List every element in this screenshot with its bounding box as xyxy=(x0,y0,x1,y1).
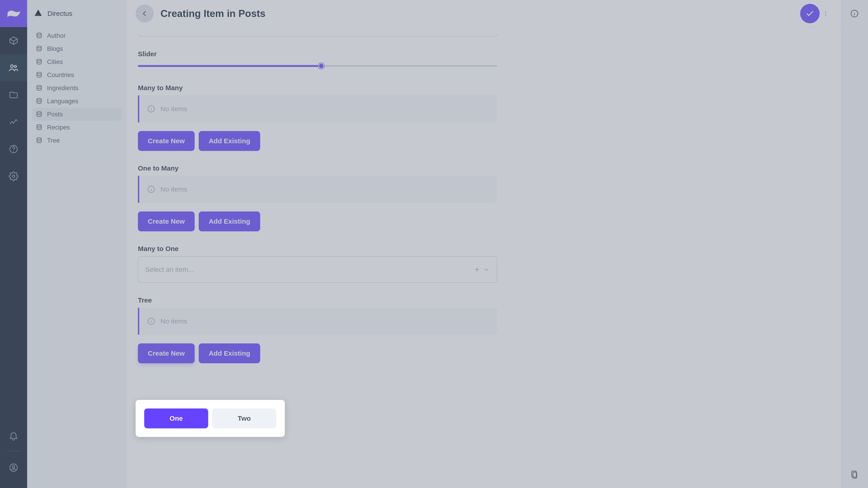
database-icon xyxy=(36,98,42,105)
field-label: Many to Many xyxy=(138,84,497,92)
collections-sidebar: Directus AuthorBlogsCitiesCountriesIngre… xyxy=(27,0,127,488)
field-slider: Slider xyxy=(138,50,497,70)
svg-point-9 xyxy=(37,59,41,61)
svg-point-15 xyxy=(37,138,41,140)
empty-state: No items xyxy=(138,95,497,123)
add-existing-button[interactable]: Add Existing xyxy=(199,212,260,231)
previous-field-edge xyxy=(138,34,497,37)
svg-point-8 xyxy=(37,46,41,48)
m2o-select[interactable]: Select an item... xyxy=(138,256,497,283)
empty-state: No items xyxy=(138,176,497,203)
topbar: Creating Item in Posts xyxy=(127,0,841,27)
collection-author[interactable]: Author xyxy=(32,29,121,42)
database-icon xyxy=(36,32,42,39)
svg-point-7 xyxy=(37,33,41,35)
database-icon xyxy=(36,85,42,92)
collection-recipes[interactable]: Recipes xyxy=(32,121,121,134)
chevron-down-icon[interactable] xyxy=(483,266,490,273)
field-o2m: One to Many No items Create New Add Exis… xyxy=(138,164,497,231)
collection-blogs[interactable]: Blogs xyxy=(32,42,121,55)
collection-label: Languages xyxy=(47,98,79,105)
svg-point-18 xyxy=(825,15,827,16)
svg-point-0 xyxy=(11,65,13,68)
logo[interactable] xyxy=(0,0,27,27)
revisions-button[interactable] xyxy=(841,461,868,488)
popup-option-one[interactable]: One xyxy=(144,409,208,428)
module-settings[interactable] xyxy=(0,163,27,190)
empty-text: No items xyxy=(160,318,187,325)
save-button[interactable] xyxy=(800,4,819,23)
collection-label: Recipes xyxy=(47,124,70,131)
module-insights[interactable] xyxy=(0,108,27,135)
svg-point-11 xyxy=(37,86,41,87)
svg-point-6 xyxy=(12,466,15,468)
field-tree: Tree No items Create New Add Existing xyxy=(138,296,497,363)
database-icon xyxy=(36,137,42,144)
collection-label: Blogs xyxy=(47,45,63,53)
database-icon xyxy=(36,124,42,131)
field-label: Many to One xyxy=(138,245,497,253)
collections-list: AuthorBlogsCitiesCountriesIngredientsLan… xyxy=(27,27,126,147)
select-placeholder: Select an item... xyxy=(145,266,471,273)
add-existing-button[interactable]: Add Existing xyxy=(199,131,260,151)
svg-point-4 xyxy=(12,175,15,177)
svg-point-16 xyxy=(825,11,827,12)
database-icon xyxy=(36,45,42,52)
brand[interactable]: Directus xyxy=(27,0,126,27)
field-label: One to Many xyxy=(138,164,497,172)
collection-label: Cities xyxy=(47,58,63,66)
field-m2o: Many to One Select an item... xyxy=(138,245,497,283)
rail-divider xyxy=(6,451,21,451)
collection-picker-popup: OneTwo xyxy=(135,400,285,437)
info-icon xyxy=(147,185,156,194)
collection-label: Ingredients xyxy=(47,85,79,92)
collection-label: Countries xyxy=(47,71,74,78)
brand-name: Directus xyxy=(48,10,72,18)
svg-point-14 xyxy=(37,125,41,127)
right-drawer xyxy=(841,0,868,488)
collection-tree[interactable]: Tree xyxy=(32,134,121,147)
module-content[interactable] xyxy=(0,27,27,54)
svg-point-1 xyxy=(14,66,17,68)
create-new-button[interactable]: Create New xyxy=(138,344,195,363)
database-icon xyxy=(36,59,42,65)
plus-icon[interactable] xyxy=(473,266,480,273)
info-panel-button[interactable] xyxy=(841,0,868,27)
svg-point-3 xyxy=(13,151,14,152)
collection-label: Tree xyxy=(47,137,60,144)
empty-state: No items xyxy=(138,308,497,335)
more-button[interactable] xyxy=(819,4,832,23)
module-rail xyxy=(0,0,27,488)
create-new-button[interactable]: Create New xyxy=(138,131,195,151)
field-label: Tree xyxy=(138,296,497,304)
module-docs[interactable] xyxy=(0,135,27,163)
svg-point-12 xyxy=(37,98,41,100)
module-files[interactable] xyxy=(0,81,27,108)
field-label: Slider xyxy=(138,50,497,58)
empty-text: No items xyxy=(160,105,187,113)
popup-option-two[interactable]: Two xyxy=(212,409,276,428)
back-button[interactable] xyxy=(135,4,154,23)
add-existing-button[interactable]: Add Existing xyxy=(199,344,260,363)
empty-text: No items xyxy=(160,186,187,193)
collection-cities[interactable]: Cities xyxy=(32,56,121,68)
collection-countries[interactable]: Countries xyxy=(32,69,121,81)
collection-languages[interactable]: Languages xyxy=(32,95,121,107)
database-icon xyxy=(36,72,42,78)
field-m2m: Many to Many No items Create New Add Exi… xyxy=(138,84,497,151)
collection-label: Posts xyxy=(47,111,63,118)
slider-input[interactable] xyxy=(138,61,497,70)
create-new-button[interactable]: Create New xyxy=(138,212,195,231)
svg-point-13 xyxy=(37,111,41,113)
collection-posts[interactable]: Posts xyxy=(32,108,121,121)
svg-point-10 xyxy=(37,72,41,74)
svg-point-17 xyxy=(825,13,827,14)
notifications-button[interactable] xyxy=(0,424,27,447)
page-title: Creating Item in Posts xyxy=(160,8,266,19)
module-users[interactable] xyxy=(0,54,27,81)
slider-thumb[interactable] xyxy=(318,63,324,69)
info-icon xyxy=(147,317,156,326)
collection-ingredients[interactable]: Ingredients xyxy=(32,82,121,94)
account-button[interactable] xyxy=(0,456,27,479)
database-icon xyxy=(36,111,42,118)
